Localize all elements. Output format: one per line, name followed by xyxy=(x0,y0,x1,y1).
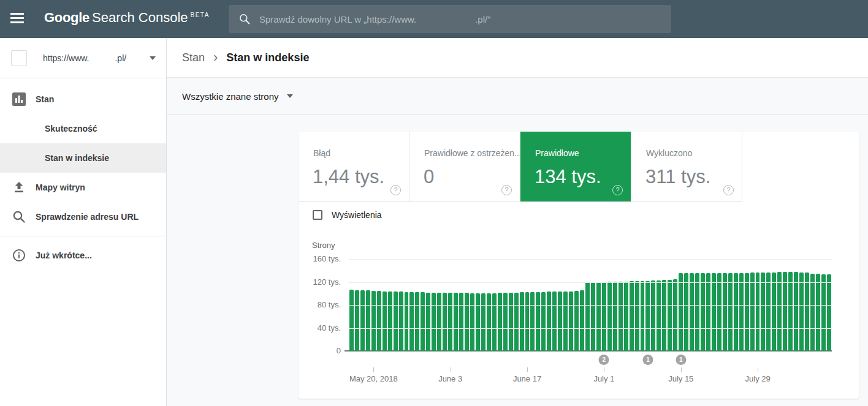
sidebar-item-już-wkrótce[interactable]: Już wkrótce... xyxy=(0,241,166,270)
bar-day[interactable] xyxy=(432,293,436,351)
bar-day[interactable] xyxy=(607,282,612,351)
bar-day[interactable] xyxy=(421,292,425,351)
bar-day[interactable] xyxy=(371,291,376,351)
bar-day[interactable] xyxy=(690,273,694,351)
bar-day[interactable] xyxy=(810,274,815,351)
bar-day[interactable] xyxy=(492,293,497,351)
status-card-wykluczono[interactable]: Wykluczono311 tys.? xyxy=(631,132,742,202)
bar-day[interactable] xyxy=(794,272,798,351)
sidebar-item-stan[interactable]: Stan xyxy=(0,85,166,114)
bar-day[interactable] xyxy=(509,293,513,351)
bar-day[interactable] xyxy=(405,292,409,351)
bar-day[interactable] xyxy=(360,290,365,351)
bar-day[interactable] xyxy=(547,291,551,351)
annotation-marker[interactable]: 1 xyxy=(643,355,653,365)
bar-day[interactable] xyxy=(673,279,677,351)
bar-day[interactable] xyxy=(734,273,738,351)
bar-day[interactable] xyxy=(805,273,809,351)
help-icon[interactable]: ? xyxy=(723,185,734,195)
bar-day[interactable] xyxy=(558,291,562,351)
bar-day[interactable] xyxy=(541,292,546,351)
sidebar-item-skuteczność[interactable]: Skuteczność xyxy=(0,114,166,143)
bar-day[interactable] xyxy=(635,281,639,351)
bar-day[interactable] xyxy=(739,273,744,351)
bar-day[interactable] xyxy=(756,273,760,351)
bar-day[interactable] xyxy=(662,280,666,351)
bar-day[interactable] xyxy=(498,293,502,351)
bar-day[interactable] xyxy=(426,293,430,351)
status-card-prawidlowe-z-ostrzezeniami[interactable]: Prawidłowe z ostrzeżen...0? xyxy=(409,132,520,202)
bar-day[interactable] xyxy=(366,290,370,351)
bar-day[interactable] xyxy=(394,291,398,351)
bar-day[interactable] xyxy=(448,293,452,351)
bar-day[interactable] xyxy=(761,273,765,351)
sidebar-item-sprawdzenie-adresu-url[interactable]: Sprawdzenie adresu URL xyxy=(0,202,166,231)
bar-day[interactable] xyxy=(349,290,354,351)
sidebar-item-mapy-witryn[interactable]: Mapy witryn xyxy=(0,173,166,202)
bar-day[interactable] xyxy=(470,293,474,351)
menu-icon[interactable] xyxy=(10,13,25,25)
bar-day[interactable] xyxy=(684,273,688,351)
bar-day[interactable] xyxy=(772,273,776,351)
bar-day[interactable] xyxy=(717,273,721,351)
bar-day[interactable] xyxy=(520,292,524,351)
bar-day[interactable] xyxy=(777,272,782,351)
sidebar-item-stan-w-indeksie[interactable]: Stan w indeksie xyxy=(0,143,166,173)
bar-day[interactable] xyxy=(530,292,535,351)
bar-day[interactable] xyxy=(750,273,755,351)
bar-day[interactable] xyxy=(613,282,617,351)
bar-day[interactable] xyxy=(552,291,557,351)
bar-day[interactable] xyxy=(383,291,387,351)
bar-day[interactable] xyxy=(701,273,705,351)
bar-day[interactable] xyxy=(569,291,573,351)
breadcrumb-stan[interactable]: Stan xyxy=(182,51,205,64)
bar-day[interactable] xyxy=(481,293,485,351)
bar-day[interactable] xyxy=(783,272,787,351)
bar-day[interactable] xyxy=(574,291,579,351)
bar-day[interactable] xyxy=(487,293,491,351)
bar-day[interactable] xyxy=(645,281,650,351)
bar-day[interactable] xyxy=(695,273,699,351)
status-card-prawidlowe[interactable]: Prawidłowe134 tys.? xyxy=(520,132,631,202)
url-inspection-search-input[interactable]: Sprawdź dowolny URL w „https://www. .pl/… xyxy=(229,5,671,33)
help-icon[interactable]: ? xyxy=(390,185,401,195)
bar-day[interactable] xyxy=(630,281,634,351)
bar-day[interactable] xyxy=(712,273,716,351)
bar-day[interactable] xyxy=(514,293,519,351)
bar-day[interactable] xyxy=(679,273,683,351)
bar-day[interactable] xyxy=(525,292,530,351)
bar-day[interactable] xyxy=(476,293,480,351)
bar-day[interactable] xyxy=(651,280,655,351)
bar-day[interactable] xyxy=(591,282,595,351)
bar-day[interactable] xyxy=(728,273,733,351)
bar-day[interactable] xyxy=(745,273,749,351)
bar-day[interactable] xyxy=(563,291,568,351)
annotation-marker[interactable]: 2 xyxy=(599,355,609,365)
bar-day[interactable] xyxy=(437,293,441,351)
bar-day[interactable] xyxy=(388,291,392,351)
bar-day[interactable] xyxy=(816,274,820,351)
bar-day[interactable] xyxy=(409,292,414,351)
bar-day[interactable] xyxy=(459,293,463,351)
impressions-checkbox[interactable] xyxy=(313,210,322,220)
bar-day[interactable] xyxy=(596,282,601,351)
bar-day[interactable] xyxy=(443,293,447,351)
bar-day[interactable] xyxy=(465,293,469,351)
annotation-marker[interactable]: 1 xyxy=(676,355,686,365)
bar-day[interactable] xyxy=(536,292,540,351)
bar-day[interactable] xyxy=(657,280,661,351)
bar-day[interactable] xyxy=(827,274,831,351)
bar-day[interactable] xyxy=(619,282,623,351)
bar-day[interactable] xyxy=(723,273,727,351)
known-pages-filter-dropdown[interactable]: Wszystkie znane strony xyxy=(182,91,293,102)
bar-day[interactable] xyxy=(355,290,359,351)
bar-day[interactable] xyxy=(706,273,710,351)
property-selector[interactable]: https://www. .pl/ xyxy=(0,38,166,78)
bar-day[interactable] xyxy=(624,282,628,351)
bar-day[interactable] xyxy=(377,291,381,351)
bar-day[interactable] xyxy=(585,282,590,351)
bar-day[interactable] xyxy=(602,282,606,351)
bar-day[interactable] xyxy=(766,273,771,351)
bar-day[interactable] xyxy=(788,272,793,351)
impressions-checkbox-row[interactable]: Wyświetlenia xyxy=(313,210,382,220)
